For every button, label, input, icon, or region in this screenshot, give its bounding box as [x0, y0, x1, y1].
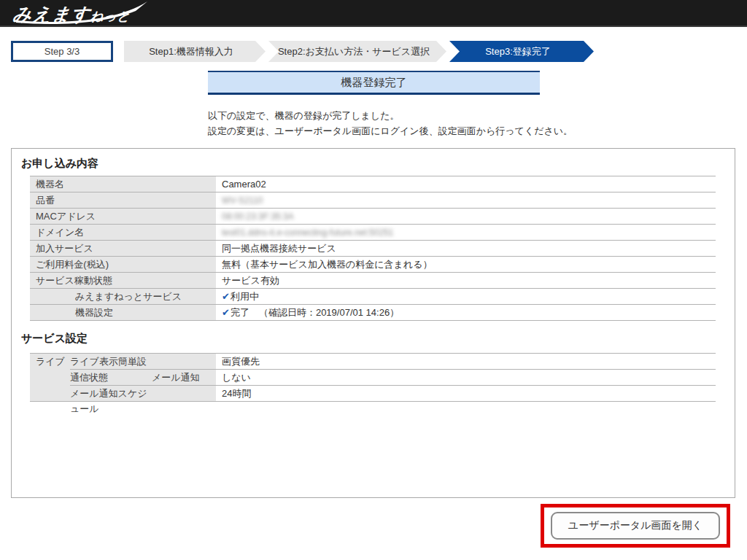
intro-line-2: 設定の変更は、ユーザーポータル画面にログイン後、設定画面から行ってください。 [208, 123, 573, 139]
redacted-value: WV-S2110 [222, 195, 263, 206]
table-row: 品番 WV-S2110 [30, 192, 716, 209]
row-value: しない [216, 370, 716, 385]
step-counter: Step 3/3 [11, 41, 113, 62]
step3-arrow: Step3:登録完了 [449, 41, 594, 62]
table-row: ライブ表示簡単設定 画質優先 [70, 354, 716, 370]
intro-text: 以下の設定で、機器の登録が完了しました。 設定の変更は、ユーザーポータル画面にロ… [208, 108, 573, 139]
logo-text: みえますねっと [12, 2, 132, 26]
row-label: みえますねっとサービス [30, 289, 216, 304]
page-title: 機器登録完了 [208, 71, 540, 95]
row-label: ご利用料金(税込) [30, 257, 216, 272]
summary-panel: お申し込み内容 機器名 Camera02 品番 WV-S2110 MACアドレス… [11, 148, 735, 498]
table-row: 機器名 Camera02 [30, 176, 716, 192]
table-row: 機器設定 ✔完了 （確認日時：2019/07/01 14:26） [30, 305, 716, 321]
page: みえますねっと Step 3/3 Step1:機器情報入力 Step2:お支払い… [0, 0, 747, 560]
row-value: ✔完了 （確認日時：2019/07/01 14:26） [216, 305, 716, 320]
row-value: サービス有効 [216, 273, 716, 288]
row-label: MACアドレス [30, 209, 216, 224]
table-row: 加入サービス 同一拠点機器接続サービス [30, 241, 716, 257]
step-breadcrumb: Step1:機器情報入力 Step2:お支払い方法・サービス選択 Step3:登… [124, 41, 594, 62]
table-row: メール通知スケジュール 24時間 [70, 386, 716, 402]
check-icon: ✔ [222, 291, 230, 302]
row-value: ✔利用中 [216, 289, 716, 304]
row-value: 無料（基本サービス加入機器の料金に含まれる） [216, 257, 716, 272]
row-label: 機器名 [30, 176, 216, 192]
application-table: 機器名 Camera02 品番 WV-S2110 MACアドレス 08:00:2… [30, 176, 716, 321]
table-row: ドメイン名 test01.ddns-it.e-connecting-future… [30, 225, 716, 241]
row-label: サービス稼動状態 [30, 273, 216, 288]
row-value: 08:00:23:3F:35:3A [216, 209, 716, 224]
table-row: サービス稼動状態 サービス有効 [30, 273, 716, 289]
service-group-label: ライブ [30, 354, 70, 402]
table-row: 通信状態メール通知 しない [70, 370, 716, 386]
row-label: 機器設定 [30, 305, 216, 320]
highlight-annotation: ユーザーポータル画面を開く [541, 504, 730, 548]
row-value: 同一拠点機器接続サービス [216, 241, 716, 256]
check-icon: ✔ [222, 307, 230, 318]
row-value: test01.ddns-it.e-connecting-future.net:5… [216, 225, 716, 240]
intro-line-1: 以下の設定で、機器の登録が完了しました。 [208, 108, 573, 123]
row-value: 24時間 [216, 386, 716, 401]
step1-arrow: Step1:機器情報入力 [124, 41, 266, 62]
step2-arrow: Step2:お支払い方法・サービス選択 [268, 41, 446, 62]
row-label: ライブ表示簡単設定 [70, 354, 216, 369]
service-rows: ライブ表示簡単設定 画質優先 通信状態メール通知 しない メール通知スケジュール… [70, 354, 716, 402]
row-value: WV-S2110 [216, 192, 716, 208]
open-user-portal-button[interactable]: ユーザーポータル画面を開く [551, 512, 720, 540]
redacted-value: 08:00:23:3F:35:3A [222, 211, 294, 222]
table-row: みえますねっとサービス ✔利用中 [30, 289, 716, 305]
row-value: Camera02 [216, 176, 716, 192]
service-table: ライブ ライブ表示簡単設定 画質優先 通信状態メール通知 しない メール通知スケ… [30, 353, 716, 402]
miemasu-net-logo: みえますねっと [9, 1, 169, 27]
row-label: ドメイン名 [30, 225, 216, 240]
redacted-value: test01.ddns-it.e-connecting-future.net:5… [222, 228, 394, 238]
row-label: 加入サービス [30, 241, 216, 256]
table-row: MACアドレス 08:00:23:3F:35:3A [30, 209, 716, 225]
row-value: 画質優先 [216, 354, 716, 369]
row-label: 品番 [30, 192, 216, 208]
service-heading: サービス設定 [21, 332, 88, 346]
application-heading: お申し込み内容 [21, 157, 98, 171]
row-label: 通信状態メール通知 [70, 370, 216, 385]
app-header: みえますねっと [0, 0, 747, 27]
row-label: メール通知スケジュール [70, 386, 216, 401]
table-row: ご利用料金(税込) 無料（基本サービス加入機器の料金に含まれる） [30, 257, 716, 273]
